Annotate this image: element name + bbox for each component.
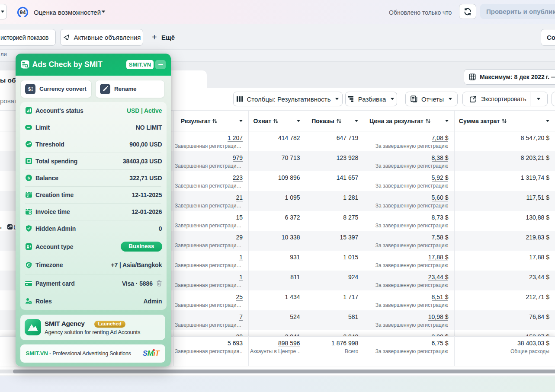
svg-text:94: 94: [20, 10, 26, 16]
svg-text:$: $: [27, 175, 30, 180]
svg-text:$: $: [28, 86, 31, 92]
